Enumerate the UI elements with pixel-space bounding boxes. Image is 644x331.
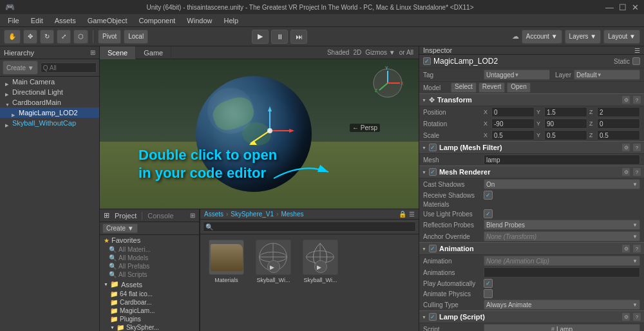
- assets-folder[interactable]: ▼ 📁 Assets: [100, 279, 199, 290]
- rot-z-input[interactable]: 0: [597, 118, 640, 129]
- receive-shadows-checkbox[interactable]: [484, 191, 493, 200]
- lock-icon[interactable]: 🔒: [399, 211, 406, 218]
- mesh-filter-checkbox[interactable]: [429, 144, 437, 151]
- tag-dropdown[interactable]: Untagged ▼: [484, 70, 550, 80]
- mesh-value[interactable]: lamp: [484, 155, 640, 165]
- menu-gameobject[interactable]: GameObject: [82, 14, 133, 27]
- menu-file[interactable]: File: [3, 14, 24, 27]
- path-meshes[interactable]: Meshes: [281, 211, 303, 218]
- mr-settings-btn[interactable]: ⚙: [621, 167, 630, 176]
- menu-help[interactable]: Help: [218, 14, 243, 27]
- hierarchy-search[interactable]: [41, 62, 97, 73]
- transform-question-btn[interactable]: ?: [632, 95, 641, 104]
- transform-rotate-btn[interactable]: ↻: [40, 30, 54, 44]
- mesh-renderer-header[interactable]: ▼ Mesh Renderer ⚙ ?: [419, 166, 644, 178]
- mesh-filter-header[interactable]: ▼ Lamp (Mesh Filter) ⚙ ?: [419, 141, 644, 154]
- inspector-options[interactable]: ☰: [634, 47, 640, 54]
- reflection-probes-dropdown[interactable]: Blend Probes ▼: [484, 220, 640, 230]
- scene-viewport[interactable]: ← Persp Y X Z: [100, 59, 419, 209]
- hierarchy-item-skyball[interactable]: Skyball_WithoutCap: [0, 118, 99, 128]
- all-prefabs-item[interactable]: 🔍 All Prefabs: [100, 262, 199, 270]
- layer-dropdown[interactable]: Default ▼: [574, 70, 640, 80]
- mode-2d-btn[interactable]: 2D: [353, 49, 361, 56]
- 64flat-item[interactable]: 📁 64 flat ico...: [100, 290, 199, 298]
- asset-search-input[interactable]: [203, 222, 416, 232]
- mesh-filter-settings-btn[interactable]: ⚙: [621, 143, 630, 152]
- transform-section-header[interactable]: ▼ ✥ Transform ⚙ ?: [419, 93, 644, 106]
- animate-physics-checkbox[interactable]: [484, 289, 493, 298]
- gizmos-btn[interactable]: Gizmos ▼: [365, 49, 395, 56]
- sc-z-input[interactable]: 0.5: [597, 130, 640, 140]
- options-icon[interactable]: ☰: [409, 211, 415, 218]
- all-btn[interactable]: or All: [399, 49, 413, 56]
- minimize-btn[interactable]: —: [605, 3, 614, 12]
- path-assets[interactable]: Assets: [204, 211, 223, 218]
- pause-btn[interactable]: ⏸: [271, 30, 288, 44]
- ls-question-btn[interactable]: ?: [632, 312, 641, 321]
- animation-checkbox[interactable]: [429, 245, 437, 252]
- anchor-override-dropdown[interactable]: None (Transform) ▼: [484, 231, 640, 241]
- model-select-btn[interactable]: Select: [451, 82, 477, 93]
- menu-edit[interactable]: Edit: [26, 14, 48, 27]
- static-checkbox[interactable]: [632, 57, 640, 65]
- asset-item-skyball2[interactable]: ▶ Skyball_Wi...: [299, 240, 341, 283]
- all-scripts-item[interactable]: 🔍 All Scripts: [100, 270, 199, 279]
- asset-item-skyball1[interactable]: ▶ Skyball_Wi...: [252, 240, 294, 283]
- tab-game[interactable]: Game: [136, 46, 171, 59]
- mr-question-btn[interactable]: ?: [632, 167, 641, 176]
- step-btn[interactable]: ⏭: [290, 30, 307, 44]
- hierarchy-item-camera[interactable]: Main Camera: [0, 77, 99, 87]
- play-btn[interactable]: ▶: [252, 30, 269, 44]
- transform-rect-btn[interactable]: ⬡: [73, 30, 88, 44]
- animation-dropdown[interactable]: None (Animation Clip) ▼: [484, 256, 640, 266]
- close-btn[interactable]: ✕: [632, 3, 639, 12]
- ls-settings-btn[interactable]: ⚙: [621, 312, 630, 321]
- pos-z-input[interactable]: 2: [597, 107, 640, 117]
- menu-assets[interactable]: Assets: [50, 14, 81, 27]
- hierarchy-item-magiclamp[interactable]: MagicLamp_LOD2: [0, 108, 99, 118]
- object-active-checkbox[interactable]: [423, 57, 431, 65]
- mesh-renderer-checkbox[interactable]: [429, 168, 437, 176]
- magiclamp-item[interactable]: 📁 MagicLam...: [100, 307, 199, 315]
- tab-scene[interactable]: Scene: [100, 46, 136, 59]
- hierarchy-item-cardboard[interactable]: CardboardMain: [0, 97, 99, 108]
- lamp-script-header[interactable]: ▼ Lamp (Script) ⚙ ?: [419, 310, 644, 323]
- cast-shadows-dropdown[interactable]: On ▼: [484, 179, 640, 189]
- transform-move-btn[interactable]: ✥: [23, 30, 37, 44]
- model-revert-btn[interactable]: Revert: [478, 82, 505, 93]
- shading-dropdown[interactable]: Shaded: [327, 49, 349, 56]
- pivot-btn[interactable]: Pivot: [98, 30, 121, 44]
- plugins-item[interactable]: 📁 Plugins: [100, 315, 199, 323]
- hierarchy-create-btn[interactable]: Create ▼: [3, 61, 38, 75]
- all-models-item[interactable]: 🔍 All Models: [100, 254, 199, 262]
- animation-section-header[interactable]: ▼ Animation ⚙ ?: [419, 242, 644, 255]
- favorites-folder[interactable]: ★ Favorites: [100, 235, 199, 245]
- cardboard-item[interactable]: 📁 Cardboar...: [100, 298, 199, 307]
- layout-btn[interactable]: Layout ▼: [603, 30, 640, 44]
- rot-y-input[interactable]: 90: [544, 118, 587, 129]
- hierarchy-item-light[interactable]: Directional Light: [0, 87, 99, 97]
- sc-x-input[interactable]: 0.5: [491, 130, 535, 140]
- mesh-filter-question-btn[interactable]: ?: [632, 143, 641, 152]
- account-btn[interactable]: Account ▼: [522, 30, 562, 44]
- layers-btn[interactable]: Layers ▼: [565, 30, 601, 44]
- local-btn[interactable]: Local: [124, 30, 148, 44]
- project-create-btn[interactable]: Create ▼: [102, 223, 138, 233]
- panel-options[interactable]: ⊞: [190, 212, 195, 219]
- lamp-script-checkbox[interactable]: [429, 313, 437, 321]
- path-skysphere[interactable]: SkySphere_V1: [231, 211, 274, 218]
- transform-scale-btn[interactable]: ⤢: [57, 30, 71, 44]
- anim-question-btn[interactable]: ?: [632, 244, 641, 253]
- sc-y-input[interactable]: 0.5: [544, 130, 587, 140]
- transform-hand-btn[interactable]: ✋: [4, 30, 21, 44]
- menu-window[interactable]: Window: [182, 14, 217, 27]
- transform-settings-btn[interactable]: ⚙: [621, 95, 630, 104]
- script-value-btn[interactable]: # Lamp: [484, 324, 640, 331]
- pos-y-input[interactable]: 1.5: [544, 107, 587, 117]
- pos-x-input[interactable]: 0: [491, 107, 535, 117]
- light-probes-checkbox[interactable]: [484, 209, 493, 218]
- model-open-btn[interactable]: Open: [507, 82, 530, 93]
- anim-settings-btn[interactable]: ⚙: [621, 244, 630, 253]
- animations-value[interactable]: [484, 267, 640, 278]
- menu-component[interactable]: Component: [133, 14, 180, 27]
